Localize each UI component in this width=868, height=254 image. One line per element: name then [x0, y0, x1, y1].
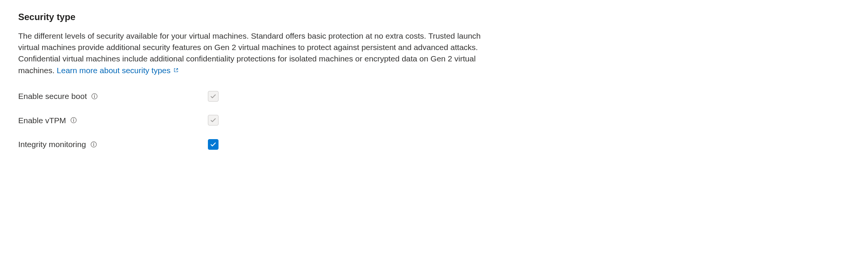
info-icon[interactable]	[91, 93, 98, 100]
label-integrity-text: Integrity monitoring	[18, 139, 86, 150]
svg-point-7	[93, 143, 94, 143]
external-link-icon	[173, 65, 179, 76]
learn-more-link[interactable]: Learn more about security types	[57, 65, 179, 76]
label-vtpm-text: Enable vTPM	[18, 115, 66, 126]
checkbox-secure-boot	[208, 91, 219, 102]
label-secure-boot-text: Enable secure boot	[18, 91, 87, 102]
label-integrity: Integrity monitoring	[18, 139, 208, 150]
svg-rect-2	[94, 96, 95, 98]
svg-point-4	[73, 119, 74, 119]
security-type-section: Security type The different levels of se…	[18, 11, 850, 150]
checkbox-integrity[interactable]	[208, 139, 219, 150]
label-vtpm: Enable vTPM	[18, 115, 208, 126]
svg-rect-8	[93, 144, 94, 146]
label-secure-boot: Enable secure boot	[18, 91, 208, 102]
info-icon[interactable]	[70, 116, 77, 124]
info-icon[interactable]	[90, 141, 97, 148]
section-title: Security type	[18, 11, 850, 24]
row-secure-boot: Enable secure boot	[18, 91, 850, 102]
checkbox-vtpm	[208, 115, 219, 125]
section-description: The different levels of security availab…	[18, 30, 485, 77]
learn-more-link-label: Learn more about security types	[57, 65, 171, 76]
row-integrity: Integrity monitoring	[18, 139, 850, 150]
row-vtpm: Enable vTPM	[18, 115, 850, 126]
svg-point-1	[94, 95, 95, 96]
svg-rect-5	[73, 120, 74, 122]
